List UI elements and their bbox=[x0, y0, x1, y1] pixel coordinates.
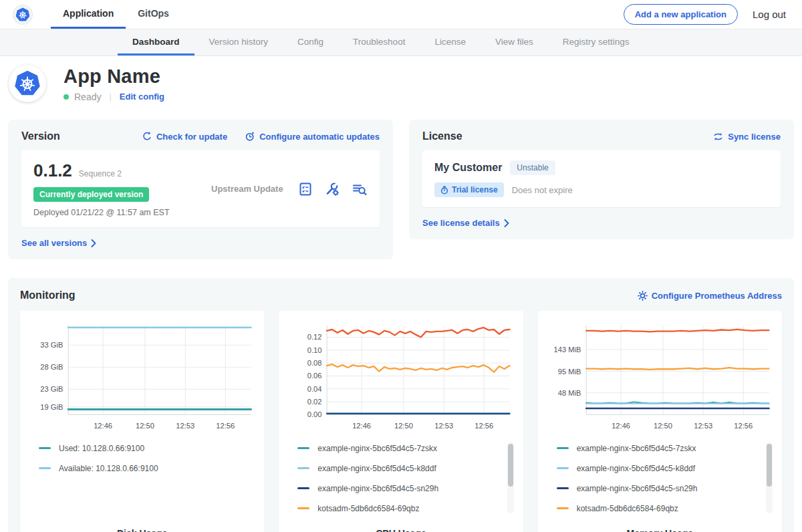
tab-troubleshoot[interactable]: Troubleshoot bbox=[338, 29, 420, 55]
svg-text:12:53: 12:53 bbox=[176, 422, 194, 430]
disk-usage-title: Disk Usage bbox=[28, 521, 256, 532]
edit-config-link[interactable]: Edit config bbox=[120, 92, 164, 102]
trial-license-badge: Trial license bbox=[434, 182, 504, 197]
svg-text:0.00: 0.00 bbox=[307, 410, 322, 418]
subnav-tabs: DashboardVersion historyConfigTroublesho… bbox=[118, 29, 644, 55]
version-card-links: Check for update Configure automatic upd… bbox=[142, 131, 380, 142]
svg-text:12:50: 12:50 bbox=[654, 422, 672, 430]
legend-label: example-nginx-5bc6f5d4c5-k8ddf bbox=[577, 464, 695, 473]
legend-swatch bbox=[297, 487, 309, 489]
cpu-usage-chart: 0.120.100.080.060.040.020.0012:4612:5012… bbox=[287, 319, 515, 433]
current-version-box: 0.1.2 Sequence 2 Currently deployed vers… bbox=[21, 150, 380, 227]
app-subnav: DashboardVersion historyConfigTroublesho… bbox=[0, 29, 802, 56]
legend-swatch bbox=[39, 467, 51, 469]
legend-label: example-nginx-5bc6f5d4c5-7zskx bbox=[317, 444, 437, 453]
legend-item: example-nginx-5bc6f5d4c5-7zskx bbox=[557, 444, 765, 453]
svg-text:0.06: 0.06 bbox=[307, 372, 322, 380]
license-details-row: Trial license Does not expire bbox=[434, 182, 769, 197]
legend-scrollbar-track bbox=[507, 442, 514, 513]
legend-swatch bbox=[297, 467, 309, 469]
cards-row: Version Check for update bbox=[8, 120, 794, 259]
add-new-application-button[interactable]: Add a new application bbox=[624, 4, 738, 25]
see-all-versions-label: See all versions bbox=[21, 238, 87, 248]
legend-item: example-nginx-5bc6f5d4c5-k8ddf bbox=[557, 464, 765, 473]
cpu-usage-legend: example-nginx-5bc6f5d4c5-7zskxexample-ng… bbox=[287, 440, 515, 521]
view-logs-icon[interactable] bbox=[352, 182, 368, 196]
legend-label: Available: 10.128.0.66:9100 bbox=[59, 464, 158, 473]
version-number: 0.1.2 bbox=[33, 160, 72, 181]
version-row: 0.1.2 Sequence 2 bbox=[33, 160, 187, 181]
legend-item: kotsadm-5db6dc6584-69qbz bbox=[297, 504, 505, 513]
status-label: Ready bbox=[74, 92, 101, 102]
tab-config[interactable]: Config bbox=[283, 29, 338, 55]
version-card-footer: See all versions bbox=[21, 237, 380, 249]
tab-registry-settings[interactable]: Registry settings bbox=[548, 29, 644, 55]
configure-automatic-updates-label: Configure automatic updates bbox=[259, 132, 380, 142]
svg-text:12:46: 12:46 bbox=[612, 422, 630, 430]
legend-item: Used: 10.128.0.66:9100 bbox=[39, 444, 247, 453]
customer-row: My Customer Unstable bbox=[434, 160, 769, 175]
topnav-item-gitops[interactable]: GitOps bbox=[126, 0, 181, 29]
legend-scrollbar[interactable] bbox=[767, 444, 772, 487]
page-title: App Name bbox=[63, 65, 164, 88]
legend-scrollbar[interactable] bbox=[508, 444, 513, 487]
logout-button[interactable]: Log out bbox=[753, 9, 786, 20]
version-card-head: Version Check for update bbox=[21, 130, 380, 142]
topnav-items: ApplicationGitOps bbox=[51, 0, 181, 29]
customer-name: My Customer bbox=[434, 162, 502, 174]
legend-label: Used: 10.128.0.66:9100 bbox=[59, 444, 144, 453]
svg-text:0.12: 0.12 bbox=[307, 333, 322, 341]
release-notes-icon[interactable] bbox=[298, 182, 313, 196]
tab-license[interactable]: License bbox=[420, 29, 481, 55]
legend-swatch bbox=[557, 487, 569, 489]
app-avatar bbox=[9, 65, 46, 102]
see-license-details-label: See license details bbox=[422, 218, 500, 228]
app-header: App Name Ready | Edit config bbox=[0, 56, 802, 113]
currently-deployed-badge: Currently deployed version bbox=[33, 187, 149, 202]
topnav-right: Add a new application Log out bbox=[624, 0, 786, 29]
check-for-update-link[interactable]: Check for update bbox=[142, 131, 227, 142]
brand bbox=[13, 0, 32, 29]
memory-usage-panel: 143 MiB95 MiB48 MiB12:4612:5012:5312:56e… bbox=[538, 311, 782, 532]
kubernetes-logo-icon bbox=[15, 7, 30, 22]
charts-row: 33 GiB28 GiB23 GiB19 GiB12:4612:5012:531… bbox=[20, 311, 782, 532]
legend-label: kotsadm-5db6dc6584-69qbz bbox=[577, 504, 678, 513]
svg-text:0.02: 0.02 bbox=[307, 398, 322, 406]
see-all-versions-link[interactable]: See all versions bbox=[21, 238, 96, 248]
wrench-gear-config-icon[interactable] bbox=[325, 182, 340, 196]
see-license-details-link[interactable]: See license details bbox=[422, 218, 509, 228]
chevron-right-icon bbox=[504, 219, 509, 227]
version-card-title: Version bbox=[21, 130, 60, 142]
disk-usage-chart: 33 GiB28 GiB23 GiB19 GiB12:4612:5012:531… bbox=[28, 319, 256, 433]
chevron-right-icon bbox=[91, 239, 96, 247]
kubernetes-logo bbox=[13, 5, 32, 24]
configure-prometheus-link[interactable]: Configure Prometheus Address bbox=[638, 291, 782, 301]
kots-dashboard-page: ApplicationGitOps Add a new application … bbox=[0, 0, 802, 532]
configure-automatic-updates-link[interactable]: Configure automatic updates bbox=[245, 131, 380, 142]
kubernetes-logo-icon bbox=[14, 70, 41, 97]
configure-prometheus-label: Configure Prometheus Address bbox=[652, 291, 782, 301]
tab-version-history[interactable]: Version history bbox=[194, 29, 283, 55]
legend-swatch bbox=[557, 507, 569, 509]
sync-license-link[interactable]: Sync license bbox=[712, 131, 781, 142]
disk-usage-panel: 33 GiB28 GiB23 GiB19 GiB12:4612:5012:531… bbox=[20, 311, 264, 532]
divider: | bbox=[109, 92, 111, 102]
legend-swatch bbox=[557, 447, 569, 449]
cpu-usage-title: CPU Usage bbox=[287, 521, 515, 532]
version-card: Version Check for update bbox=[8, 120, 393, 259]
check-for-update-label: Check for update bbox=[156, 132, 227, 142]
sync-icon bbox=[712, 131, 724, 142]
clock-schedule-icon bbox=[245, 131, 255, 142]
legend-item: example-nginx-5bc6f5d4c5-sn29h bbox=[557, 484, 765, 493]
topnav-item-application[interactable]: Application bbox=[51, 0, 126, 29]
legend-label: example-nginx-5bc6f5d4c5-sn29h bbox=[317, 484, 438, 493]
legend-item: example-nginx-5bc6f5d4c5-7zskx bbox=[297, 444, 505, 453]
tab-dashboard[interactable]: Dashboard bbox=[118, 29, 194, 55]
svg-text:12:50: 12:50 bbox=[136, 422, 154, 430]
license-card-head: License Sync license bbox=[422, 130, 781, 142]
legend-swatch bbox=[297, 447, 309, 449]
legend-swatch bbox=[557, 467, 569, 469]
svg-text:12:46: 12:46 bbox=[352, 422, 371, 430]
svg-text:12:56: 12:56 bbox=[475, 422, 494, 430]
tab-view-files[interactable]: View files bbox=[481, 29, 548, 55]
